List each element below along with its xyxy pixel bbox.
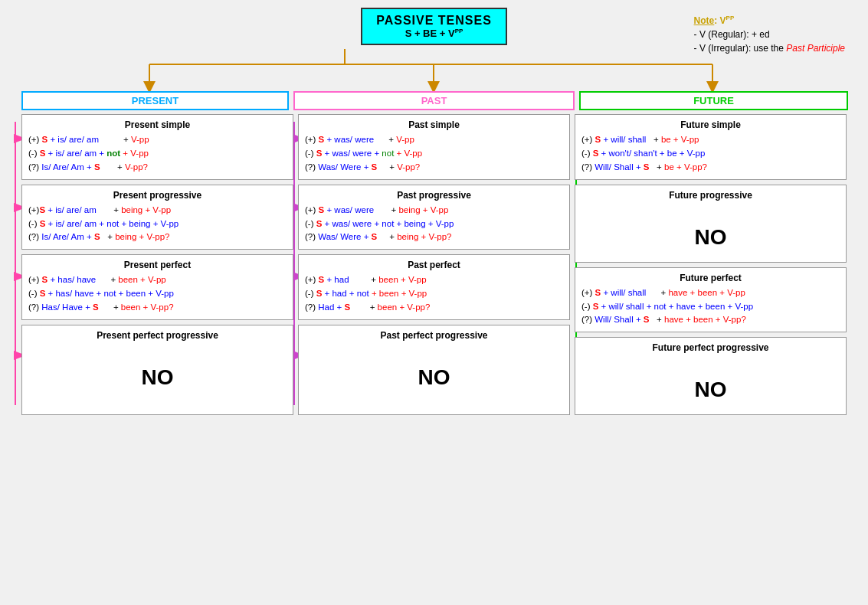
past-s-line2: (-) S + was/ were + not + V-pp	[305, 147, 563, 161]
note-line1: - V (Regular): + ed	[694, 28, 845, 41]
arrows-area	[8, 49, 860, 91]
past-progressive-title: Past progressive	[305, 190, 563, 201]
fut-perf-line1: (+) S + will/ shall + have + been + V-pp	[581, 286, 840, 300]
past-pp-no: NO	[305, 344, 563, 397]
past-progressive-box: Past progressive (+) S + was/ were + bei…	[298, 185, 570, 250]
present-column: Present simple (+) S + is/ are/ am + V-p…	[8, 114, 293, 415]
pp-line1: (+)S + is/ are/ am + being + V-pp	[28, 204, 287, 217]
past-simple-box: Past simple (+) S + was/ were + V-pp (-)…	[298, 114, 570, 179]
past-column: Past simple (+) S + was/ were + V-pp (-)…	[298, 114, 570, 415]
present-simple-title: Present simple	[28, 119, 287, 130]
title-box: PASSIVE TENSES S + BE + VPP	[361, 8, 507, 45]
past-perf-line3: (?) Had + S + been + V-pp?	[305, 301, 563, 315]
past-perf-line1: (+) S + had + been + V-pp	[305, 273, 563, 287]
past-simple-title: Past simple	[305, 119, 563, 130]
past-col-header-wrap: PAST	[293, 91, 575, 110]
pp-line3: (?) Is/ Are/ Am + S + being + V-pp?	[28, 231, 287, 244]
pperf-line2: (-) S + has/ have + not + been + V-pp	[28, 287, 287, 301]
fut-s-line3: (?) Will/ Shall + S + be + V-pp?	[581, 161, 840, 175]
past-perfect-title: Past perfect	[305, 260, 563, 270]
future-header: FUTURE	[579, 91, 848, 110]
fut-perf-line3: (?) Will/ Shall + S + have + been + V-pp…	[581, 313, 840, 327]
present-header: PRESENT	[21, 91, 289, 110]
fpp-no: NO	[581, 356, 840, 410]
future-perfect-title: Future perfect	[581, 273, 840, 283]
fut-perf-line2: (-) S + will/ shall + not + have + been …	[581, 300, 840, 314]
past-pp-title: Past perfect progressive	[305, 330, 563, 341]
past-s-line1: (+) S + was/ were + V-pp	[305, 133, 563, 147]
ppp-no: NO	[28, 344, 287, 397]
past-perfect-progressive-box: Past perfect progressive NO	[298, 325, 570, 416]
present-perfect-title: Present perfect	[28, 260, 287, 270]
note-label: Note	[694, 15, 715, 26]
note-vpp: : VPP	[714, 15, 734, 26]
ps-line3: (?) Is/ Are/ Am + S + V-pp?	[28, 161, 287, 175]
present-perfect-progressive-box: Present perfect progressive NO	[21, 325, 293, 416]
future-simple-box: Future simple (+) S + will/ shall + be +…	[575, 114, 847, 179]
main-columns: Present simple (+) S + is/ are/ am + V-p…	[8, 114, 860, 415]
ps-line1: (+) S + is/ are/ am + V-pp	[28, 133, 287, 147]
past-s-line3: (?) Was/ Were + S + V-pp?	[305, 161, 563, 175]
present-progressive-title: Present progressive	[28, 190, 287, 201]
future-prog-title: Future progressive	[581, 190, 840, 201]
page-wrapper: PASSIVE TENSES S + BE + VPP Note: VPP - …	[0, 0, 868, 605]
future-column: Future simple (+) S + will/ shall + be +…	[575, 114, 860, 415]
pperf-line3: (?) Has/ Have + S + been + V-pp?	[28, 301, 287, 315]
pperf-line1: (+) S + has/ have + been + V-pp	[28, 273, 287, 287]
past-perf-line2: (-) S + had + not + been + V-pp	[305, 287, 563, 301]
past-header: PAST	[293, 91, 575, 110]
ppp-title: Present perfect progressive	[28, 330, 287, 341]
ps-line2: (-) S + is/ are/ am + not + V-pp	[28, 147, 287, 161]
title-line2: S + BE + VPP	[376, 28, 492, 39]
past-prog-line3: (?) Was/ Were + S + being + V-pp?	[305, 231, 563, 244]
past-prog-line2: (-) S + was/ were + not + being + V-pp	[305, 217, 563, 231]
fut-s-line1: (+) S + will/ shall + be + V-pp	[581, 133, 840, 147]
future-perfect-progressive-box: Future perfect progressive NO	[575, 337, 847, 415]
column-headers: PRESENT PAST FUTURE	[8, 91, 860, 110]
future-simple-title: Future simple	[581, 119, 840, 130]
fpp-title: Future perfect progressive	[581, 342, 840, 353]
future-progressive-box: Future progressive NO	[575, 185, 847, 263]
present-perfect-box: Present perfect (+) S + has/ have + been…	[21, 254, 293, 319]
past-perfect-box: Past perfect (+) S + had + been + V-pp (…	[298, 254, 570, 319]
future-prog-no: NO	[581, 204, 840, 257]
pp-line2: (-) S + is/ are/ am + not + being + V-pp	[28, 217, 287, 231]
present-progressive-box: Present progressive (+)S + is/ are/ am +…	[21, 185, 293, 250]
title-line1: PASSIVE TENSES	[376, 14, 492, 28]
fut-s-line2: (-) S + won't/ shan't + be + V-pp	[581, 147, 840, 161]
title-area: PASSIVE TENSES S + BE + VPP Note: VPP - …	[8, 8, 860, 45]
present-simple-box: Present simple (+) S + is/ are/ am + V-p…	[21, 114, 293, 179]
past-prog-line1: (+) S + was/ were + being + V-pp	[305, 204, 563, 217]
future-perfect-box: Future perfect (+) S + will/ shall + hav…	[575, 267, 847, 332]
top-arrows-svg	[8, 49, 860, 91]
